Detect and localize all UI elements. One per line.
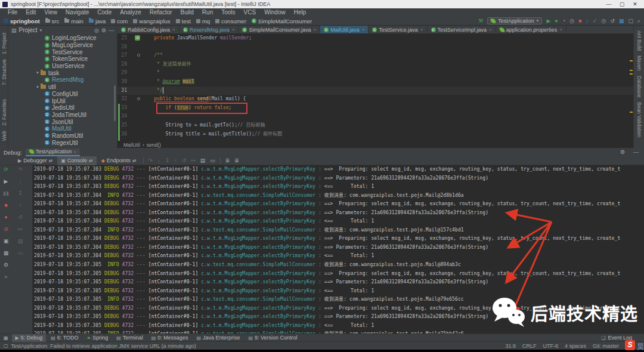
- vcs-update-icon[interactable]: ↓: [586, 17, 589, 25]
- fold-icon[interactable]: [137, 54, 140, 57]
- code-line[interactable]: 30 * @param mail: [117, 78, 633, 87]
- debug-tab-endpoints[interactable]: ◆Endpoints⇄: [98, 156, 140, 165]
- tree-item[interactable]: CJsonUtil: [8, 118, 117, 125]
- debug-tab-debugger[interactable]: ▶Debugger⇄: [14, 156, 56, 165]
- menu-item-analyze[interactable]: Analyze: [116, 8, 145, 17]
- search-everywhere-icon[interactable]: ⌕: [637, 17, 640, 25]
- editor-breadcrumb-item[interactable]: send(): [147, 142, 161, 148]
- breakpoints-icon[interactable]: ●: [2, 214, 10, 220]
- step-into-icon[interactable]: ↓: [16, 178, 24, 184]
- status-icon[interactable]: ▢: [4, 343, 8, 348]
- vcs-commit-icon[interactable]: ✓: [593, 17, 597, 25]
- tool-window-button[interactable]: Bean Validation: [636, 102, 642, 137]
- clear-icon[interactable]: ▭: [16, 250, 24, 256]
- tool-window-button[interactable]: Maven: [636, 55, 642, 71]
- run-icon[interactable]: ▶: [546, 17, 550, 25]
- tree-item[interactable]: ITokenService: [8, 55, 117, 63]
- evaluate-icon[interactable]: ▤: [16, 238, 24, 244]
- tree-item[interactable]: CJedisUtil: [8, 104, 117, 112]
- editor-tab[interactable]: CRabbitConfig.java×: [117, 26, 179, 33]
- line-ending-select[interactable]: CRLF: [522, 343, 537, 349]
- breadcrumb-item[interactable]: java: [89, 18, 106, 24]
- stop-icon[interactable]: ■: [2, 202, 10, 208]
- caret-position[interactable]: 31:8: [505, 343, 516, 349]
- encoding-select[interactable]: UTF-8: [543, 343, 558, 349]
- breadcrumb-item[interactable]: src: [45, 18, 60, 24]
- settings-icon[interactable]: ⚙: [2, 262, 10, 268]
- editor-breadcrumb-item[interactable]: MailUtil: [123, 142, 140, 148]
- layout-icon[interactable]: ▦: [2, 250, 10, 256]
- editor-tab[interactable]: application.properties×: [496, 26, 566, 33]
- tool-window-button-java-enterprise[interactable]: ▤Java Enterprise: [193, 334, 243, 342]
- tool-window-button-6-todo[interactable]: ▤6: TODO: [47, 334, 82, 342]
- tree-item[interactable]: IUserService: [8, 63, 117, 70]
- window-menu-icon[interactable]: ▦: [4, 335, 8, 341]
- clear-icon[interactable]: ▭: [208, 158, 217, 163]
- gear-icon[interactable]: ⚙: [618, 149, 627, 155]
- editor-tab[interactable]: CTestServiceImpl.java×: [428, 26, 496, 33]
- tree-item[interactable]: CMailUtil: [8, 125, 117, 132]
- project-panel-title[interactable]: Project: [19, 27, 38, 33]
- menu-item-view[interactable]: View: [40, 8, 61, 17]
- maximize-icon[interactable]: ▢: [615, 0, 628, 8]
- pause-icon[interactable]: ▮▮: [2, 190, 10, 196]
- pin-icon[interactable]: ➤: [2, 274, 10, 280]
- breadcrumb-item[interactable]: springboot: [4, 18, 40, 24]
- close-icon[interactable]: ✕: [628, 0, 642, 8]
- tool-window-button[interactable]: Ant Build: [636, 30, 642, 51]
- tree-item[interactable]: ITestService: [8, 48, 117, 55]
- step-over-icon[interactable]: ↷: [147, 158, 155, 163]
- menu-item-vcs[interactable]: VCS: [240, 8, 261, 17]
- build-icon[interactable]: ⚒: [478, 17, 483, 25]
- code-line[interactable]: 26: [117, 43, 633, 52]
- tool-window-button-spring[interactable]: ❧Spring: [83, 334, 112, 342]
- tool-window-button-5-debug[interactable]: ▶5: Debug: [12, 334, 47, 342]
- debug-tab-console[interactable]: ▣Console⇄: [57, 156, 96, 165]
- menu-item-help[interactable]: Help: [290, 8, 311, 17]
- tree-item[interactable]: CResendMsg: [8, 76, 117, 84]
- history-icon[interactable]: ◷: [602, 17, 606, 25]
- tree-item[interactable]: CJodaTimeUtil: [8, 112, 117, 119]
- code-line[interactable]: 35 String to = mail.getTo();// 目标邮箱: [117, 121, 633, 130]
- indent-select[interactable]: 4 spaces: [565, 343, 586, 349]
- drop-frame-icon[interactable]: ↺: [16, 214, 24, 220]
- tree-item[interactable]: ▾task: [8, 69, 117, 76]
- error-stripe-mark[interactable]: [630, 73, 633, 75]
- force-step-into-icon[interactable]: ↧: [16, 190, 24, 196]
- error-stripe-mark[interactable]: [630, 60, 633, 61]
- window-icon[interactable]: ▢: [628, 17, 633, 25]
- menu-item-tools[interactable]: Tools: [217, 8, 239, 17]
- tree-item[interactable]: CIpUtil: [8, 97, 117, 104]
- run-configuration-select[interactable]: TestApplication ▾: [487, 17, 542, 24]
- menu-item-edit[interactable]: Edit: [21, 8, 40, 17]
- editor-tab[interactable]: CMailUtil.java×: [320, 26, 369, 33]
- chevron-down-icon[interactable]: ▾: [40, 28, 42, 33]
- editor-tab[interactable]: CSimpleMailConsumer.java×: [239, 26, 320, 33]
- run-to-cursor-icon[interactable]: ↦: [16, 226, 24, 232]
- tool-window-button-0-messages[interactable]: ▤0: Messages: [148, 334, 192, 342]
- menu-item-run[interactable]: Run: [198, 8, 217, 17]
- breadcrumb-item[interactable]: main: [64, 18, 83, 24]
- tree-item[interactable]: CRandomUtil: [8, 132, 117, 140]
- menu-item-navigate[interactable]: Navigate: [61, 8, 93, 17]
- close-icon[interactable]: ×: [73, 149, 76, 155]
- tree-item[interactable]: CConfigUtil: [8, 91, 117, 98]
- tree-item[interactable]: IMsgLogService: [8, 42, 117, 49]
- minimize-icon[interactable]: —: [602, 0, 615, 8]
- close-icon[interactable]: ×: [420, 27, 423, 32]
- code-line[interactable]: 28 * 发送简单邮件: [117, 60, 633, 69]
- code-area[interactable]: 25↺ private JavaMailSender mailSender;26…: [117, 34, 633, 141]
- debug-icon[interactable]: ●: [555, 17, 558, 25]
- menu-item-build[interactable]: Build: [177, 8, 198, 17]
- locate-icon[interactable]: ◎: [94, 27, 99, 33]
- close-icon[interactable]: ×: [559, 27, 562, 32]
- menu-item-window[interactable]: Window: [260, 8, 290, 17]
- step-out-icon[interactable]: ↑: [16, 202, 24, 208]
- fold-icon[interactable]: [137, 97, 140, 100]
- evaluate-icon[interactable]: ▤: [199, 158, 208, 163]
- tool-window-button[interactable]: 2: Favorites: [1, 99, 7, 125]
- close-icon[interactable]: ×: [232, 27, 235, 32]
- expand-arrow-icon[interactable]: ▾: [35, 85, 41, 89]
- drop-frame-icon[interactable]: ↺: [180, 158, 188, 163]
- editor-tab[interactable]: CTestService.java×: [369, 26, 427, 33]
